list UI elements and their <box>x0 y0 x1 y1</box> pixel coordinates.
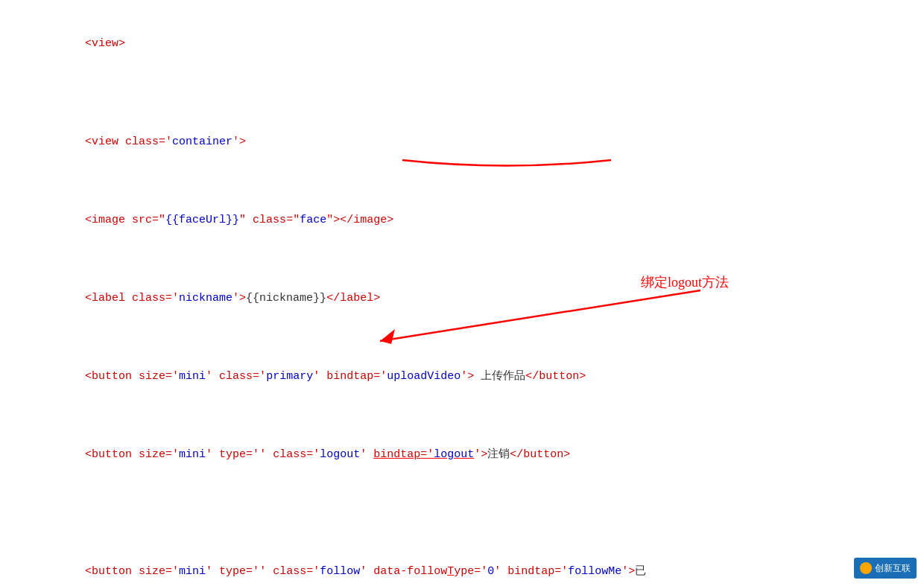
code-line: <image src="{{faceUrl}}" class="face"></… <box>45 171 894 249</box>
tag: =' <box>165 370 179 383</box>
tag: =' <box>165 565 179 578</box>
value: follow <box>320 565 360 578</box>
tag: =' <box>246 448 259 461</box>
value: mini <box>179 565 206 578</box>
tag: =' <box>165 292 179 305</box>
tag: '> <box>461 370 474 383</box>
tag: =" <box>152 214 165 226</box>
tag: =' <box>306 565 320 578</box>
tag: " <box>239 214 253 226</box>
tag: =' <box>165 448 179 461</box>
text: 注销 <box>487 448 510 461</box>
code-line <box>45 484 894 503</box>
value: mini <box>179 370 206 383</box>
attr: size <box>139 448 165 461</box>
attr: type <box>219 565 246 578</box>
tag: ' <box>313 370 326 383</box>
value: container <box>172 136 232 148</box>
tag: '> <box>474 448 487 461</box>
value: logout <box>320 448 360 461</box>
code-line: <button size='mini' type='' class='follo… <box>45 523 894 587</box>
code-editor: <view> <view class='container'> <image s… <box>0 0 924 586</box>
tag: =' <box>474 565 487 578</box>
attr: bindtap <box>326 370 373 383</box>
tag: ' <box>259 565 273 578</box>
tag: ' <box>360 448 373 461</box>
attr: type <box>219 448 246 461</box>
code-line <box>45 74 894 93</box>
tag: ' <box>360 565 373 578</box>
value: uploadVideo <box>387 370 461 383</box>
code-content: <view> <view class='container'> <image s… <box>45 15 894 586</box>
attr: class <box>273 565 306 578</box>
attr: data-followType <box>373 565 474 578</box>
tag: ' <box>206 448 219 461</box>
attr: class <box>273 448 306 461</box>
tag: '> <box>621 565 635 578</box>
tag: <view> <box>85 37 125 50</box>
value: {{faceUrl}} <box>165 214 239 226</box>
code-line: <label class='nickname'>{{nickname}}</la… <box>45 249 894 328</box>
watermark-text: 创新互联 <box>875 561 911 576</box>
tag: <image <box>85 214 132 226</box>
value: 0 <box>487 565 494 578</box>
tag: ' <box>206 370 219 383</box>
tag: =' <box>420 448 434 461</box>
tag: </button> <box>525 370 586 383</box>
text: 上传作品 <box>474 370 525 383</box>
tag: ' <box>206 565 219 578</box>
tag: "></image> <box>326 214 393 226</box>
tag: =' <box>253 370 266 383</box>
code-line: <button size='mini' class='primary' bind… <box>45 328 894 406</box>
tag: <button <box>85 448 139 461</box>
tag: =' <box>159 136 172 148</box>
tag: ' <box>259 448 273 461</box>
tag: </button> <box>510 448 570 461</box>
value: face <box>300 214 326 226</box>
tag: <button <box>85 370 139 383</box>
code-line: <view class='container'> <box>45 93 894 171</box>
attr: class <box>253 214 286 226</box>
value: logout <box>434 448 474 461</box>
tag: =' <box>246 565 259 578</box>
attr: size <box>139 565 165 578</box>
attr: class <box>219 370 253 383</box>
tag: </label> <box>326 292 380 305</box>
tag: '> <box>232 292 246 305</box>
tag: =' <box>554 565 568 578</box>
tag: =' <box>373 370 387 383</box>
value: mini <box>179 448 206 461</box>
tag: <button <box>85 565 139 578</box>
tag: '> <box>232 136 246 148</box>
code-line-logout: <button size='mini' type='' class='logou… <box>45 406 894 484</box>
tag: ' <box>494 565 507 578</box>
code-line: <view> <box>45 15 894 74</box>
code-line <box>45 503 894 523</box>
tag: =" <box>286 214 300 226</box>
value: primary <box>266 370 313 383</box>
text: 已 <box>635 565 646 578</box>
value: nickname <box>179 292 232 305</box>
tag: =' <box>306 448 320 461</box>
watermark-icon <box>860 562 872 574</box>
tag: <label <box>85 292 132 305</box>
attr-bindtap: bindtap <box>373 448 420 461</box>
attr: class <box>125 136 159 148</box>
attr: bindtap <box>507 565 554 578</box>
value: followMe <box>568 565 621 578</box>
attr: size <box>139 370 165 383</box>
attr: class <box>132 292 165 305</box>
watermark: 创新互联 <box>854 558 917 579</box>
text: {{nickname}} <box>246 292 326 305</box>
attr: src <box>132 214 152 226</box>
tag: <view <box>85 136 125 148</box>
